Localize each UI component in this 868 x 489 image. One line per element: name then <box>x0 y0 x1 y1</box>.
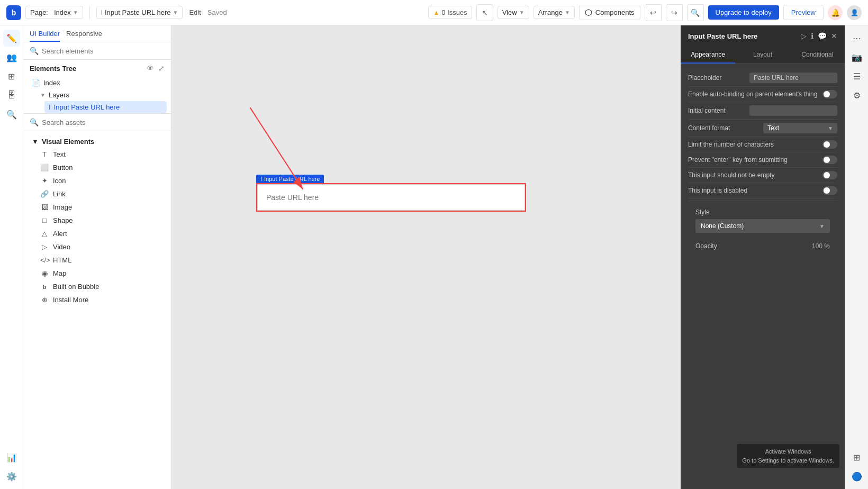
prop-limit-chars-toggle[interactable] <box>822 140 837 149</box>
arrange-chevron-icon: ▼ <box>565 10 570 15</box>
prop-auto-binding-toggle[interactable] <box>822 90 837 98</box>
topbar: b Page: index ▼ I Input Paste URL here ▼… <box>0 0 868 25</box>
prop-prevent-enter-toggle[interactable] <box>822 156 837 164</box>
icon-sidebar: ✏️ 👥 ⊞ 🗄 🔍 📊 ⚙️ <box>0 25 23 489</box>
visual-elements-header[interactable]: ▼ Visual Elements <box>28 135 167 148</box>
ve-chevron-icon: ▼ <box>32 138 39 146</box>
ve-item-shape[interactable]: □ Shape <box>28 214 167 227</box>
search-elements-icon: 🔍 <box>30 47 39 55</box>
alert-icon: △ <box>40 230 49 238</box>
prop-disabled-toggle[interactable] <box>822 186 837 195</box>
sidebar-item-database[interactable]: 🗄 <box>3 87 20 104</box>
comment-icon[interactable]: 💬 <box>818 32 827 40</box>
close-icon[interactable]: ✕ <box>831 32 837 40</box>
prop-content-format-select[interactable]: Text ▼ <box>763 123 837 133</box>
play-icon[interactable]: ▷ <box>801 32 807 40</box>
ve-item-install-label: Install More <box>53 296 88 304</box>
style-select[interactable]: None (Custom) ▼ <box>695 219 830 233</box>
ve-item-map-label: Map <box>53 269 66 277</box>
prop-not-empty-toggle[interactable] <box>822 171 837 179</box>
visual-elements-section: ▼ Visual Elements T Text ⬜ Button ✦ Icon… <box>23 131 171 489</box>
ve-item-alert[interactable]: △ Alert <box>28 227 167 240</box>
prop-initial-content-input[interactable] <box>749 105 837 116</box>
tab-layout[interactable]: Layout <box>735 47 790 64</box>
tab-conditional[interactable]: Conditional <box>790 47 845 64</box>
element-name: Input Paste URL here <box>105 8 171 16</box>
tab-ui-builder[interactable]: UI Builder <box>30 30 60 42</box>
file-icon: 📄 <box>32 79 40 87</box>
sidebar-item-chart[interactable]: 📊 <box>3 449 20 466</box>
user-avatar[interactable]: 👤 <box>847 5 862 20</box>
ve-item-image[interactable]: 🖼 Image <box>28 201 167 214</box>
canvas-input-preview[interactable] <box>257 184 525 211</box>
sidebar-item-edit[interactable]: ✏️ <box>3 30 20 47</box>
avatar-icon: 👤 <box>851 9 858 16</box>
ve-item-install-more[interactable]: ⊕ Install More <box>28 293 167 306</box>
ve-item-map[interactable]: ◉ Map <box>28 267 167 280</box>
undo-button[interactable]: ↩ <box>645 4 662 21</box>
ve-item-text[interactable]: T Text <box>28 148 167 161</box>
arrange-button[interactable]: Arrange ▼ <box>534 6 575 19</box>
search-button[interactable]: 🔍 <box>687 4 704 21</box>
sidebar-item-search-code[interactable]: 🔍 <box>3 106 20 123</box>
canvas-element-label: I Input Paste URL here <box>256 175 324 183</box>
ve-item-button[interactable]: ⬜ Button <box>28 161 167 174</box>
deploy-button[interactable]: Upgrade to deploy <box>708 5 779 20</box>
separator <box>89 6 90 19</box>
elements-tree-header: Elements Tree 👁 ⤢ <box>23 60 171 77</box>
re-settings-icon[interactable]: ⋯ <box>848 30 865 47</box>
ve-item-html[interactable]: </> HTML <box>28 253 167 267</box>
components-button[interactable]: ⬡ Components <box>579 5 640 20</box>
ve-item-link[interactable]: 🔗 Link <box>28 187 167 201</box>
redo-button[interactable]: ↪ <box>666 4 683 21</box>
view-label: View <box>502 8 517 16</box>
html-icon: </> <box>40 256 49 264</box>
expand-icon[interactable]: ⤢ <box>158 64 165 73</box>
notifications-button[interactable]: 🔔 <box>828 5 843 20</box>
tab-appearance[interactable]: Appearance <box>681 47 735 64</box>
page-chevron-icon: ▼ <box>73 10 78 15</box>
ve-item-video[interactable]: ▷ Video <box>28 240 167 253</box>
preview-button[interactable]: Preview <box>783 5 824 20</box>
sidebar-item-users[interactable]: 👥 <box>3 49 20 66</box>
elements-tree-title: Elements Tree <box>30 65 76 73</box>
re-profile-icon[interactable]: 🔵 <box>848 468 865 485</box>
search-assets-icon: 🔍 <box>30 118 39 126</box>
opacity-value: 100 % <box>812 242 830 250</box>
map-icon: ◉ <box>40 269 49 277</box>
element-selector[interactable]: I Input Paste URL here ▼ <box>96 6 183 19</box>
ve-item-icon-label: Icon <box>53 177 66 185</box>
re-grid-icon[interactable]: ⊞ <box>848 449 865 466</box>
search-assets-input[interactable] <box>42 119 165 126</box>
pointer-tool-button[interactable]: ↖ <box>476 4 493 21</box>
tree-item-index-label: Index <box>43 79 60 87</box>
search-elements-input[interactable] <box>42 47 165 55</box>
info-icon[interactable]: ℹ <box>811 32 813 40</box>
ve-item-icon[interactable]: ✦ Icon <box>28 174 167 187</box>
tree-item-layers[interactable]: ▼ Layers <box>36 89 167 101</box>
tree-item-input-label: Input Paste URL here <box>54 103 120 111</box>
page-selector[interactable]: Page: index ▼ <box>25 6 83 19</box>
issues-button[interactable]: ▲ 0 Issues <box>428 6 472 19</box>
ve-item-text-label: Text <box>53 150 66 158</box>
visibility-icon[interactable]: 👁 <box>147 64 154 73</box>
prop-placeholder-input[interactable] <box>749 73 837 83</box>
prop-limit-chars-label: Limit the number of characters <box>688 141 822 148</box>
re-camera-icon[interactable]: 📷 <box>848 49 865 66</box>
view-button[interactable]: View ▼ <box>498 6 529 19</box>
image-icon: 🖼 <box>40 203 49 211</box>
prop-prevent-enter: Prevent "enter" key from submitting <box>688 152 837 168</box>
tree-item-index[interactable]: 📄 Index <box>28 77 167 89</box>
ve-item-built-on-bubble[interactable]: b Built on Bubble <box>28 280 167 293</box>
sidebar-item-settings[interactable]: ⚙️ <box>3 468 20 485</box>
tree-item-input[interactable]: I Input Paste URL here <box>44 101 167 113</box>
tab-responsive[interactable]: Responsive <box>66 30 102 42</box>
re-gear-icon[interactable]: ⚙ <box>848 87 865 104</box>
re-layers-icon[interactable]: ☰ <box>848 68 865 85</box>
sidebar-item-grid[interactable]: ⊞ <box>3 68 20 85</box>
opacity-label: Opacity <box>695 242 717 250</box>
components-label: Components <box>595 8 635 16</box>
install-more-icon: ⊕ <box>40 296 49 304</box>
view-chevron-icon: ▼ <box>519 10 525 15</box>
visual-elements-label: Visual Elements <box>42 138 94 146</box>
